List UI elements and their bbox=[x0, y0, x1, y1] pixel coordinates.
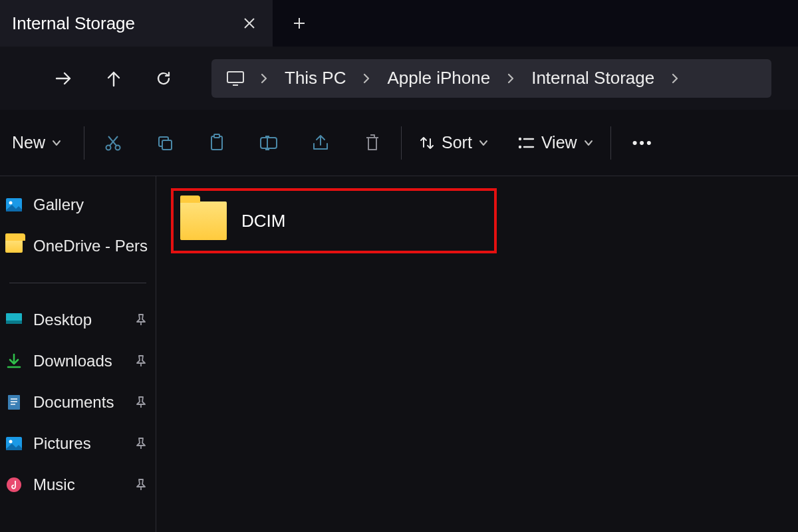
new-tab-button[interactable] bbox=[273, 17, 326, 30]
sidebar-item-onedrive[interactable]: OneDrive - Pers bbox=[0, 225, 156, 267]
divider bbox=[610, 126, 611, 160]
navbar: This PC Apple iPhone Internal Storage bbox=[0, 47, 798, 110]
sidebar: Gallery OneDrive - Pers Desktop Download… bbox=[0, 176, 156, 532]
chevron-down-icon bbox=[52, 140, 61, 146]
tab-title: Internal Storage bbox=[12, 13, 226, 34]
sidebar-item-label: OneDrive - Pers bbox=[33, 237, 156, 255]
new-button[interactable]: New bbox=[12, 133, 81, 152]
pin-icon bbox=[136, 396, 156, 408]
copy-icon[interactable] bbox=[139, 124, 191, 161]
address-bar[interactable]: This PC Apple iPhone Internal Storage bbox=[211, 59, 771, 98]
refresh-button[interactable] bbox=[138, 60, 188, 96]
gallery-icon bbox=[4, 196, 24, 213]
pin-icon bbox=[136, 355, 156, 367]
toolbar: New Sort View • bbox=[0, 110, 798, 176]
svg-point-16 bbox=[9, 440, 13, 444]
desktop-icon bbox=[4, 311, 24, 329]
chevron-down-icon bbox=[479, 140, 488, 146]
svg-point-9 bbox=[519, 145, 521, 148]
sidebar-item-desktop[interactable]: Desktop bbox=[0, 299, 156, 340]
sidebar-item-label: Music bbox=[33, 475, 126, 494]
svg-point-11 bbox=[9, 201, 13, 205]
breadcrumb-device[interactable]: Apple iPhone bbox=[379, 68, 498, 88]
sidebar-item-downloads[interactable]: Downloads bbox=[0, 340, 156, 382]
more-button[interactable]: ••• bbox=[614, 134, 672, 152]
chevron-down-icon bbox=[584, 140, 593, 146]
back-button bbox=[12, 60, 39, 96]
downloads-icon bbox=[4, 352, 24, 370]
divider bbox=[9, 283, 146, 283]
tab-active[interactable]: Internal Storage bbox=[0, 0, 273, 47]
share-icon[interactable] bbox=[295, 124, 346, 161]
folder-label: DCIM bbox=[241, 211, 285, 231]
divider bbox=[401, 126, 402, 160]
paste-icon[interactable] bbox=[191, 124, 243, 161]
body: Gallery OneDrive - Pers Desktop Download… bbox=[0, 176, 798, 532]
folder-item-dcim[interactable]: DCIM bbox=[171, 188, 497, 253]
sidebar-item-label: Documents bbox=[33, 393, 126, 412]
pictures-icon bbox=[4, 435, 24, 452]
rename-icon[interactable] bbox=[243, 124, 295, 161]
chevron-right-icon[interactable] bbox=[251, 73, 277, 84]
chevron-right-icon[interactable] bbox=[354, 73, 379, 84]
sidebar-item-label: Desktop bbox=[33, 311, 126, 329]
pin-icon bbox=[136, 479, 156, 491]
svg-rect-13 bbox=[6, 321, 22, 324]
monitor-icon bbox=[217, 70, 251, 86]
close-icon[interactable] bbox=[238, 12, 261, 35]
chevron-right-icon[interactable] bbox=[498, 73, 523, 84]
sort-button[interactable]: Sort bbox=[404, 133, 503, 152]
sidebar-item-label: Gallery bbox=[33, 196, 156, 214]
svg-rect-7 bbox=[261, 138, 277, 148]
svg-rect-6 bbox=[214, 134, 219, 138]
sidebar-item-gallery[interactable]: Gallery bbox=[0, 184, 156, 225]
sidebar-item-label: Downloads bbox=[33, 352, 126, 370]
cut-icon[interactable] bbox=[87, 124, 139, 161]
pin-icon bbox=[136, 314, 156, 326]
folder-icon bbox=[180, 201, 227, 240]
view-icon bbox=[517, 136, 535, 150]
svg-rect-0 bbox=[227, 72, 243, 82]
svg-rect-4 bbox=[162, 140, 172, 150]
sort-label: Sort bbox=[442, 133, 472, 152]
delete-icon[interactable] bbox=[346, 124, 398, 161]
sidebar-item-pictures[interactable]: Pictures bbox=[0, 423, 156, 464]
view-button[interactable]: View bbox=[503, 133, 608, 152]
svg-point-8 bbox=[519, 137, 521, 140]
chevron-right-icon[interactable] bbox=[662, 73, 688, 84]
svg-rect-14 bbox=[8, 395, 20, 410]
forward-button[interactable] bbox=[39, 60, 88, 96]
music-icon bbox=[4, 476, 24, 493]
documents-icon bbox=[4, 394, 24, 411]
sidebar-item-documents[interactable]: Documents bbox=[0, 382, 156, 423]
titlebar: Internal Storage bbox=[0, 0, 798, 47]
view-label: View bbox=[541, 133, 577, 152]
breadcrumb-storage[interactable]: Internal Storage bbox=[523, 68, 662, 88]
sort-icon bbox=[419, 135, 435, 151]
up-button[interactable] bbox=[88, 60, 138, 96]
sidebar-item-music[interactable]: Music bbox=[0, 464, 156, 505]
new-label: New bbox=[12, 133, 45, 152]
content-area: DCIM bbox=[156, 176, 798, 532]
svg-point-1 bbox=[106, 145, 111, 150]
breadcrumb-this-pc[interactable]: This PC bbox=[277, 68, 354, 88]
folder-icon bbox=[4, 237, 24, 255]
svg-point-2 bbox=[116, 145, 120, 150]
pin-icon bbox=[136, 438, 156, 450]
divider bbox=[84, 126, 84, 160]
sidebar-item-label: Pictures bbox=[33, 434, 126, 453]
